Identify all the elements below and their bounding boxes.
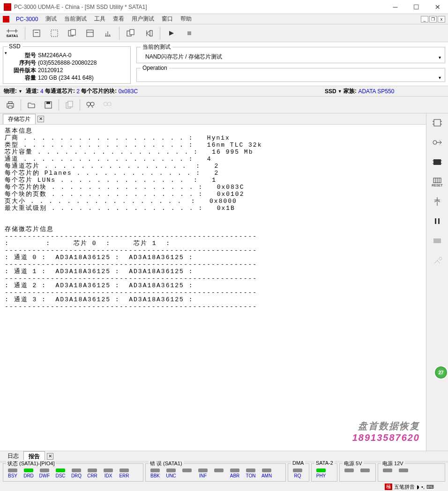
- current-test-value: NAND闪存芯片 / 存储芯片测试: [141, 53, 441, 61]
- info-panels: SSD ▾ 型号SM2246AA-0 序列号(03)5526888-200802…: [0, 42, 448, 86]
- window-title: PC-3000 UDMA-E - China - [SM SSD Utility…: [14, 4, 385, 10]
- svg-rect-20: [8, 102, 12, 104]
- tab-log[interactable]: 日志: [3, 451, 23, 461]
- tool-btn-2[interactable]: [46, 26, 62, 41]
- menu-current-test[interactable]: 当前测试: [60, 14, 90, 24]
- ime-punct-icon[interactable]: •,: [421, 484, 425, 490]
- svg-rect-50: [435, 218, 436, 224]
- led-amn: AMN: [260, 469, 273, 478]
- svg-rect-51: [438, 218, 440, 224]
- mdi-minimize[interactable]: _: [421, 16, 428, 22]
- stop-button[interactable]: [181, 26, 197, 41]
- ime-keyboard-icon[interactable]: ⌨: [426, 484, 434, 490]
- menu-user-test[interactable]: 用户测试: [128, 14, 158, 24]
- svg-marker-17: [169, 31, 174, 36]
- menu-app[interactable]: PC-3000: [12, 15, 42, 23]
- close-button[interactable]: ✕: [427, 0, 448, 14]
- maximize-button[interactable]: ☐: [406, 0, 427, 14]
- status-group-12v: 电源 12V: [378, 463, 445, 482]
- menubar: PC-3000 测试 当前测试 工具 查看 用户测试 窗口 帮助 _ ❐ x: [0, 14, 448, 24]
- ime-name[interactable]: 五笔拼音: [394, 484, 415, 491]
- secondary-toolbar: [0, 97, 448, 113]
- status-group-dma: DMA RQ: [288, 463, 309, 482]
- side-cap-icon[interactable]: [430, 195, 445, 208]
- operation-panel: Operation ▾: [136, 65, 445, 82]
- ssd-firmware: 20120912: [38, 67, 63, 74]
- svg-point-26: [87, 102, 90, 106]
- current-test-dropdown-icon[interactable]: ▾: [439, 55, 441, 60]
- tool-btn-3[interactable]: [64, 26, 80, 41]
- tab-storage-chip[interactable]: 存储芯片: [3, 114, 36, 124]
- log-tab-close[interactable]: ✕: [47, 453, 53, 460]
- operation-value: [141, 73, 441, 80]
- side-toolbar: RESET: [426, 113, 448, 451]
- find-next-button[interactable]: [101, 98, 114, 112]
- mdi-restore[interactable]: ❐: [429, 16, 437, 22]
- led-blank: [180, 469, 194, 478]
- menu-help[interactable]: 帮助: [177, 14, 195, 24]
- ime-moon-icon[interactable]: ◗: [417, 484, 419, 490]
- ime-badge[interactable]: 極: [385, 484, 392, 490]
- side-chip2-icon[interactable]: [430, 156, 445, 169]
- phys-chips: 2: [76, 88, 80, 95]
- side-pause-icon[interactable]: [430, 215, 445, 228]
- app-icon-small: [3, 16, 9, 22]
- save-button[interactable]: [42, 98, 55, 112]
- operation-dropdown-icon[interactable]: ▾: [439, 75, 441, 80]
- side-arrow-icon[interactable]: [430, 136, 445, 149]
- status-bar: 状态 (SATA1)-[PIO4] BSYDRDDWFDSCDRQCRRIDXE…: [0, 462, 448, 483]
- tab-close-button[interactable]: ✕: [37, 116, 44, 122]
- menu-test[interactable]: 测试: [42, 14, 60, 24]
- phys-channels: 4: [40, 88, 44, 95]
- led-ton: TON: [244, 469, 257, 478]
- print-button[interactable]: [4, 98, 17, 112]
- led-crr: CRR: [86, 469, 99, 478]
- play-button[interactable]: [164, 26, 179, 41]
- log-tabs: 日志 报告 ✕: [0, 451, 448, 461]
- led-drq: DRQ: [70, 469, 83, 478]
- svg-rect-16: [150, 30, 152, 36]
- led-dsc: DSC: [54, 469, 67, 478]
- svg-rect-15: [130, 30, 134, 35]
- mdi-close[interactable]: x: [438, 16, 445, 22]
- svg-rect-52: [433, 238, 441, 243]
- led-blank: [358, 469, 372, 473]
- status-group-error: 错 误 (SATA1) BBKUNCINFABRTONAMN: [145, 463, 286, 482]
- find-button[interactable]: [84, 98, 97, 112]
- svg-rect-32: [434, 119, 441, 126]
- menu-view[interactable]: 查看: [109, 14, 128, 24]
- minimize-button[interactable]: ─: [385, 0, 406, 14]
- ssd-dropdown-icon[interactable]: ▼: [338, 89, 342, 94]
- tool-btn-6[interactable]: [123, 26, 139, 41]
- sata-port-button[interactable]: SATA1: [3, 26, 22, 41]
- main-area: 存储芯片 ✕ 基本信息 厂商 . . . . . . . . . . . . .…: [0, 113, 448, 451]
- led-blank: [343, 469, 356, 473]
- ssd-family: ADATA SP550: [358, 88, 394, 95]
- side-tools-icon[interactable]: [430, 254, 445, 267]
- menu-tools[interactable]: 工具: [90, 14, 109, 24]
- side-chip-icon[interactable]: [430, 116, 445, 129]
- phys-dropdown-icon[interactable]: ▼: [18, 89, 22, 94]
- taskbar: 極 五笔拼音 ◗ •, ⌨: [0, 483, 448, 491]
- tool-btn-7[interactable]: [141, 26, 157, 41]
- tool-btn-5[interactable]: [100, 26, 116, 41]
- svg-rect-18: [187, 31, 191, 35]
- svg-rect-4: [35, 32, 38, 33]
- svg-rect-7: [71, 30, 75, 35]
- led-idx: IDX: [102, 469, 115, 478]
- status-group-sata: 状态 (SATA1)-[PIO4] BSYDRDDWFDSCDRQCRRIDXE…: [3, 463, 143, 482]
- side-reset-button[interactable]: RESET: [430, 175, 445, 188]
- titlebar: PC-3000 UDMA-E - China - [SM SSD Utility…: [0, 0, 448, 14]
- tool-btn-1[interactable]: [29, 26, 45, 41]
- tool-btn-4[interactable]: [82, 26, 98, 41]
- open-button[interactable]: [25, 98, 38, 112]
- status-group-sata2: SATA-2 PHY: [311, 463, 337, 482]
- led-inf: INF: [196, 469, 209, 478]
- copy-button[interactable]: [63, 98, 76, 112]
- ssd-dropdown-icon[interactable]: ▾: [5, 51, 7, 55]
- phys-blocks: 0x083C: [119, 88, 138, 95]
- menu-window[interactable]: 窗口: [158, 14, 177, 24]
- green-badge[interactable]: 27: [434, 365, 448, 379]
- svg-rect-8: [87, 30, 93, 37]
- side-chip3-icon[interactable]: [430, 234, 445, 247]
